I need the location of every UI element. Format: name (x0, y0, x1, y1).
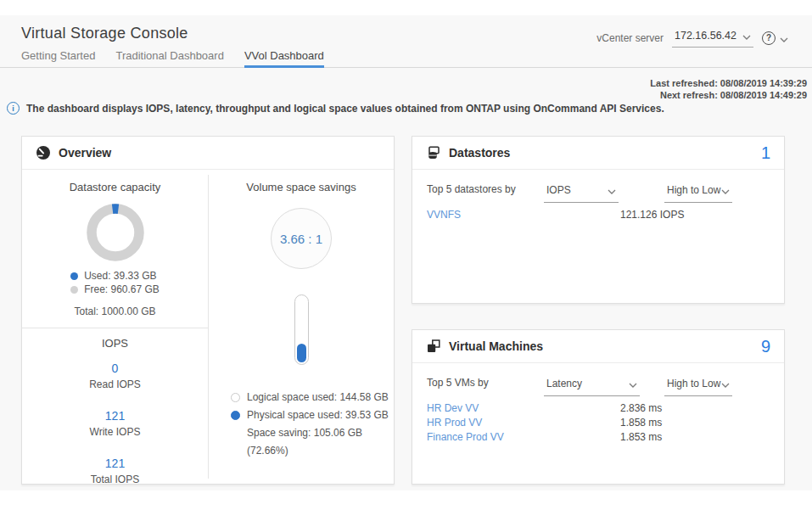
chevron-down-icon (629, 376, 637, 391)
vms-filter-label: Top 5 VMs by (427, 377, 489, 389)
write-iops-stat: 121 Write IOPS (22, 409, 208, 438)
vm-row: HR Dev VV 2.836 ms (412, 401, 784, 416)
overview-card-body: Datastore capacity Used: 39.33 GB Free: … (22, 170, 394, 484)
savings-heading: Volume space savings (209, 181, 394, 193)
virtual-machines-card: Virtual Machines 9 Top 5 VMs by Latency … (412, 329, 785, 485)
datastores-filter-label: Top 5 datastores by (427, 183, 516, 195)
gauge-icon (36, 145, 51, 160)
vms-metric-value: Latency (546, 378, 582, 390)
savings-ratio-value: 3.66 : 1 (280, 232, 322, 246)
info-banner: i The dashboard displays IOPS, latency, … (7, 102, 664, 115)
write-iops-label: Write IOPS (22, 426, 208, 438)
datastore-link[interactable]: VVNFS (427, 208, 461, 222)
capacity-donut-chart (22, 203, 208, 262)
write-iops-value: 121 (22, 409, 208, 423)
tab-vvol-dashboard[interactable]: VVol Dashboard (244, 48, 324, 68)
datastores-count: 1 (761, 143, 770, 163)
datastore-icon (426, 145, 441, 160)
vms-card-title: Virtual Machines (449, 339, 543, 353)
overview-card: Overview Datastore capacity Used: 39.33 … (21, 136, 395, 485)
datastores-card-header: Datastores 1 (412, 137, 784, 170)
vcenter-server-value: 172.16.56.42 (675, 30, 736, 42)
free-legend-dot-icon (70, 286, 78, 294)
space-saving-row: Space saving: 105.06 GB (72.66%) (231, 424, 394, 460)
capacity-used-legend: Used: 39.33 GB (70, 269, 160, 283)
space-saving-label: Space saving: 105.06 GB (72.66%) (247, 424, 394, 460)
datastores-metric-value: IOPS (546, 184, 571, 196)
chevron-down-icon (721, 376, 730, 391)
capacity-heading: Datastore capacity (22, 181, 208, 193)
chevron-down-icon (780, 31, 788, 46)
chevron-down-icon (742, 28, 751, 43)
vms-order-select[interactable]: High to Low (664, 374, 732, 396)
datastores-order-select[interactable]: High to Low (664, 181, 732, 203)
physical-space-row: Physical space used: 39.53 GB (231, 406, 394, 424)
vms-card-header: Virtual Machines 9 (412, 330, 784, 363)
last-refreshed-text: Last refreshed: 08/08/2019 14:39:29 (650, 77, 807, 89)
overview-card-title: Overview (59, 146, 111, 160)
tab-traditional-dashboard[interactable]: Traditional Dashboard (115, 48, 223, 68)
chevron-down-icon (608, 182, 616, 198)
vsc-window: Virtual Storage Console vCenter server 1… (0, 0, 812, 510)
iops-heading: IOPS (22, 337, 208, 350)
savings-column: Volume space savings 3.66 : 1 Logical sp… (209, 170, 394, 460)
vm-metric-value: 1.858 ms (620, 416, 662, 430)
logical-space-row: Logical space used: 144.58 GB (231, 389, 394, 406)
next-refresh-text: Next refresh: 08/08/2019 14:49:29 (650, 89, 807, 101)
datastores-order-value: High to Low (667, 184, 720, 196)
tab-bar: Getting Started Traditional Dashboard VV… (0, 48, 812, 68)
page-title: Virtual Storage Console (21, 25, 188, 42)
physical-space-label: Physical space used: 39.53 GB (247, 406, 389, 424)
used-legend-dot-icon (70, 272, 78, 280)
help-menu-button[interactable]: ? (762, 31, 788, 46)
logical-space-label: Logical space used: 144.58 GB (247, 389, 389, 406)
vm-link[interactable]: Finance Prod VV (427, 430, 504, 445)
vms-count: 9 (761, 337, 770, 356)
datastore-metric-value: 121.126 IOPS (620, 208, 684, 222)
capacity-legend: Used: 39.33 GB Free: 960.67 GB (70, 269, 160, 296)
section-divider (22, 328, 208, 328)
datastores-controls: Top 5 datastores by IOPS High to Low (412, 181, 784, 203)
vm-icon (426, 339, 441, 354)
logical-space-radio[interactable] (231, 393, 240, 402)
capacity-used-label: Used: 39.33 GB (84, 269, 156, 283)
vcenter-server-area: vCenter server 172.16.56.42 ? (596, 28, 788, 48)
capacity-free-legend: Free: 960.67 GB (70, 283, 160, 296)
datastores-card: Datastores 1 Top 5 datastores by IOPS Hi… (412, 136, 785, 304)
capacity-free-label: Free: 960.67 GB (84, 283, 160, 296)
total-iops-stat: 121 Total IOPS (22, 457, 208, 485)
datastores-list: VVNFS 121.126 IOPS (412, 208, 784, 222)
info-circle-icon: i (7, 102, 20, 115)
vm-row: Finance Prod VV 1.853 ms (412, 430, 784, 445)
vms-controls: Top 5 VMs by Latency High to Low (412, 374, 784, 396)
tab-getting-started[interactable]: Getting Started (21, 48, 95, 68)
vms-order-value: High to Low (667, 378, 720, 390)
vm-row: HR Prod VV 1.858 ms (412, 416, 784, 430)
vcenter-server-label: vCenter server (596, 32, 664, 44)
capacity-total-label: Total: 1000.00 GB (22, 305, 208, 317)
read-iops-label: Read IOPS (22, 378, 208, 390)
read-iops-stat: 0 Read IOPS (22, 361, 208, 390)
datastores-card-title: Datastores (449, 146, 510, 160)
physical-space-radio[interactable] (231, 411, 240, 420)
datastores-metric-select[interactable]: IOPS (544, 181, 619, 203)
savings-thermometer-fill (297, 344, 306, 362)
vm-link[interactable]: HR Dev VV (427, 401, 479, 416)
capacity-column: Datastore capacity Used: 39.33 GB Free: … (22, 170, 208, 485)
question-mark-circle-icon: ? (762, 31, 776, 45)
vm-metric-value: 2.836 ms (620, 401, 662, 416)
info-banner-text: The dashboard displays IOPS, latency, th… (26, 103, 664, 115)
savings-thermometer (294, 294, 309, 365)
vm-metric-value: 1.853 ms (620, 430, 662, 445)
datastore-row: VVNFS 121.126 IOPS (412, 208, 784, 222)
savings-legend: Logical space used: 144.58 GB Physical s… (231, 389, 394, 460)
total-iops-label: Total IOPS (22, 474, 208, 485)
read-iops-value: 0 (22, 361, 208, 375)
vms-metric-select[interactable]: Latency (544, 374, 640, 396)
chevron-down-icon (721, 182, 730, 198)
refresh-status: Last refreshed: 08/08/2019 14:39:29 Next… (650, 77, 807, 101)
vm-link[interactable]: HR Prod VV (427, 416, 482, 430)
overview-card-header: Overview (22, 137, 394, 170)
vcenter-server-select[interactable]: 172.16.56.42 (672, 28, 753, 48)
vms-list: HR Dev VV 2.836 ms HR Prod VV 1.858 ms F… (412, 401, 784, 445)
